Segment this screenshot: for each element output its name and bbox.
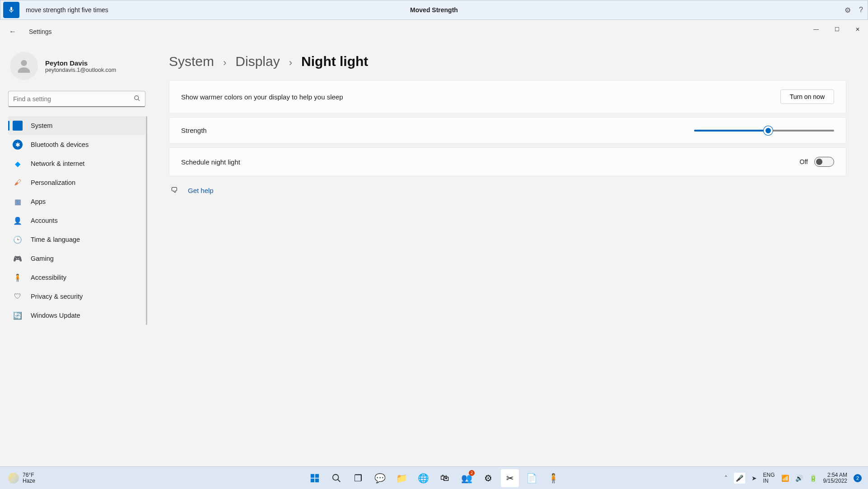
- sidebar-item-label: Accessibility: [31, 274, 66, 281]
- language-switcher[interactable]: ENG IN: [763, 472, 775, 484]
- notification-badge[interactable]: 2: [854, 474, 862, 482]
- voice-feedback-title: Moved Strength: [410, 6, 458, 14]
- back-button[interactable]: ←: [9, 28, 16, 36]
- breadcrumb: System › Display › Night light: [169, 54, 846, 69]
- sidebar-item-privacy[interactable]: 🛡 Privacy & security: [8, 287, 145, 306]
- weather-temp: 76°F: [23, 472, 35, 478]
- get-help-link[interactable]: Get help: [188, 187, 214, 194]
- slider-thumb[interactable]: [764, 126, 773, 135]
- warmer-colors-label: Show warmer colors on your display to he…: [181, 93, 343, 101]
- schedule-label: Schedule night light: [181, 158, 240, 166]
- explorer-icon[interactable]: 📁: [392, 469, 411, 487]
- minimize-button[interactable]: —: [806, 20, 826, 38]
- bluetooth-icon: ✱: [13, 140, 23, 150]
- snip-icon[interactable]: ✂: [501, 469, 519, 487]
- mic-button[interactable]: [3, 2, 19, 18]
- sidebar-item-network[interactable]: ◆ Network & internet: [8, 154, 145, 173]
- titlebar: ← Settings — ☐ ✕: [0, 20, 868, 43]
- weather-cond: Haze: [23, 478, 35, 484]
- gamepad-icon: 🎮: [13, 254, 23, 263]
- breadcrumb-system[interactable]: System: [169, 54, 214, 69]
- brush-icon: 🖌: [13, 178, 23, 188]
- sidebar-item-apps[interactable]: ▦ Apps: [8, 192, 145, 211]
- schedule-toggle[interactable]: [814, 157, 834, 167]
- sidebar-item-personalization[interactable]: 🖌 Personalization: [8, 173, 145, 192]
- warmer-colors-card: Show warmer colors on your display to he…: [169, 80, 846, 113]
- svg-rect-4: [315, 474, 319, 477]
- svg-rect-5: [311, 478, 314, 482]
- update-icon: 🔄: [13, 310, 23, 320]
- breadcrumb-display[interactable]: Display: [235, 54, 280, 69]
- clock[interactable]: 2:54 AM 9/15/2022: [823, 472, 847, 484]
- sidebar-item-time[interactable]: 🕒 Time & language: [8, 230, 145, 249]
- get-help-row[interactable]: 🗨 Get help: [171, 186, 846, 194]
- turn-on-now-button[interactable]: Turn on now: [780, 89, 834, 104]
- voice-access-bar: move strength right five times Moved Str…: [0, 0, 868, 20]
- teams-icon[interactable]: 👥2: [457, 469, 476, 487]
- svg-line-2: [138, 99, 140, 101]
- store-icon[interactable]: 🛍: [436, 469, 454, 487]
- sidebar-item-label: Privacy & security: [31, 293, 83, 300]
- svg-point-1: [135, 95, 139, 99]
- help-chat-icon: 🗨: [171, 186, 178, 194]
- svg-rect-3: [311, 474, 314, 477]
- wifi-tray-icon[interactable]: 📶: [781, 475, 789, 482]
- sidebar-item-accounts[interactable]: 👤 Accounts: [8, 211, 145, 230]
- search-box[interactable]: [8, 91, 145, 107]
- weather-icon: [8, 473, 19, 484]
- strength-label: Strength: [181, 127, 207, 134]
- edge-icon[interactable]: 🌐: [414, 469, 432, 487]
- sidebar-item-accessibility[interactable]: 🧍 Accessibility: [8, 268, 145, 287]
- sidebar: Peyton Davis peytondavis.1@outlook.com S…: [0, 43, 154, 466]
- sidebar-item-label: Apps: [31, 198, 46, 205]
- schedule-card: Schedule night light Off: [169, 147, 846, 176]
- help-icon[interactable]: ?: [859, 6, 863, 14]
- taskview-icon[interactable]: ❐: [349, 469, 367, 487]
- sidebar-item-update[interactable]: 🔄 Windows Update: [8, 306, 145, 325]
- search-icon: [134, 95, 140, 103]
- svg-point-7: [333, 474, 339, 480]
- sidebar-item-label: Accounts: [31, 217, 58, 224]
- taskbar: 76°F Haze ❐ 💬 📁 🌐 🛍 👥2 ⚙ ✂ 📄 🧍 ˄ 🎤̸ ➤ EN…: [0, 466, 868, 489]
- avatar: [10, 52, 38, 80]
- search-input[interactable]: [13, 95, 134, 103]
- user-email: peytondavis.1@outlook.com: [45, 67, 116, 73]
- settings-taskbar-icon[interactable]: ⚙: [479, 469, 497, 487]
- word-icon[interactable]: 📄: [523, 469, 541, 487]
- user-block[interactable]: Peyton Davis peytondavis.1@outlook.com: [10, 52, 145, 80]
- sidebar-item-gaming[interactable]: 🎮 Gaming: [8, 249, 145, 268]
- toggle-state-text: Off: [800, 158, 808, 165]
- sidebar-item-label: Bluetooth & devices: [31, 141, 89, 148]
- user-name: Peyton Davis: [45, 59, 116, 67]
- sidebar-item-system[interactable]: System: [8, 116, 145, 135]
- breadcrumb-current: Night light: [301, 54, 368, 69]
- sidebar-item-label: Time & language: [31, 236, 80, 243]
- wifi-icon: ◆: [13, 159, 23, 169]
- clock-icon: 🕒: [13, 235, 23, 244]
- strength-slider[interactable]: [694, 130, 834, 132]
- search-taskbar-icon[interactable]: [327, 469, 345, 487]
- maximize-button[interactable]: ☐: [826, 20, 847, 38]
- nav: System ✱ Bluetooth & devices ◆ Network &…: [8, 116, 145, 325]
- svg-point-0: [21, 60, 27, 66]
- tray-chevron-icon[interactable]: ˄: [724, 475, 728, 482]
- location-icon[interactable]: ➤: [751, 475, 757, 482]
- gear-icon[interactable]: ⚙: [845, 6, 851, 14]
- weather-widget[interactable]: 76°F Haze: [8, 472, 35, 484]
- close-button[interactable]: ✕: [847, 20, 868, 38]
- person-icon: 👤: [13, 216, 23, 226]
- mic-muted-icon[interactable]: 🎤̸: [734, 473, 745, 484]
- sidebar-item-bluetooth[interactable]: ✱ Bluetooth & devices: [8, 135, 145, 154]
- accessibility-icon: 🧍: [13, 273, 23, 282]
- sidebar-item-label: Network & internet: [31, 160, 84, 167]
- sidebar-item-label: Personalization: [31, 179, 75, 186]
- sidebar-item-label: Gaming: [31, 255, 54, 262]
- chat-icon[interactable]: 💬: [371, 469, 389, 487]
- voice-access-icon[interactable]: 🧍: [544, 469, 562, 487]
- sidebar-scrollbar[interactable]: [146, 116, 147, 325]
- sidebar-item-label: Windows Update: [31, 312, 80, 319]
- start-button[interactable]: [306, 469, 324, 487]
- volume-icon[interactable]: 🔊: [795, 475, 803, 482]
- main-panel: System › Display › Night light Show warm…: [154, 43, 868, 466]
- battery-icon[interactable]: 🔋: [809, 475, 817, 482]
